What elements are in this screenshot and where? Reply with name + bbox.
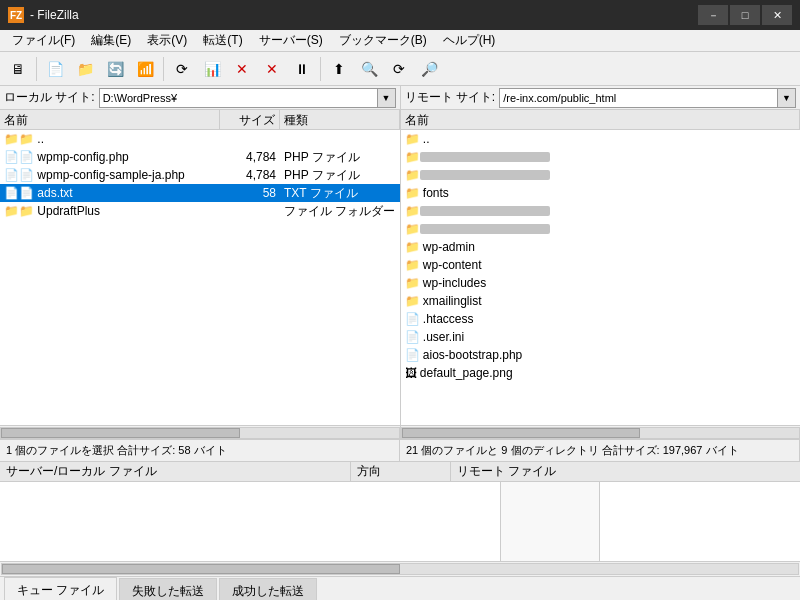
file-name-cell: 📁 wp-includes <box>401 275 801 291</box>
local-hscroll[interactable] <box>0 425 400 439</box>
tab-キュー-ファイル[interactable]: キュー ファイル <box>4 577 117 600</box>
table-row[interactable]: 📄 aios-bootstrap.php <box>401 346 801 364</box>
table-row[interactable]: 📁 wp-admin <box>401 238 801 256</box>
list-item[interactable]: 📁 <box>401 202 801 220</box>
remote-sitebar: リモート サイト: ▼ <box>401 86 801 109</box>
table-row[interactable]: 📁 UpdraftPlusファイル フォルダー <box>0 202 400 220</box>
png-icon: 🖼 <box>405 366 420 380</box>
menubar-item[interactable]: 編集(E) <box>83 30 139 51</box>
remote-file-list[interactable]: 📁 ..📁 📁 📁 fonts📁 📁 📁 wp-admin📁 wp-conten… <box>401 130 801 425</box>
tab-失敗した転送[interactable]: 失敗した転送 <box>119 578 217 600</box>
local-sitebar-label: ローカル サイト: <box>4 89 95 106</box>
maximize-button[interactable]: □ <box>730 5 760 25</box>
folder-icon: 📁 <box>405 258 423 272</box>
menubar-item[interactable]: ファイル(F) <box>4 30 83 51</box>
table-row[interactable]: 📄 ads.txt58TXT ファイル <box>0 184 400 202</box>
local-file-header: 名前 サイズ 種類 <box>0 110 400 130</box>
php-icon: 📄 <box>4 150 37 164</box>
toolbar-btn-7[interactable]: 📊 <box>198 55 226 83</box>
local-sitebar-dropdown[interactable]: ▼ <box>378 88 396 108</box>
list-item[interactable]: 📁 <box>401 148 801 166</box>
table-row[interactable]: 📁 wp-content <box>401 256 801 274</box>
folder-icon: 📁 <box>405 150 420 164</box>
table-row[interactable]: 📁 xmailinglist <box>401 292 801 310</box>
file-name-cell: 🖼 default_page.png <box>401 365 801 381</box>
table-row[interactable]: 📄 .user.ini <box>401 328 801 346</box>
php-icon: 📄 <box>4 168 37 182</box>
blurred-filename <box>420 206 550 216</box>
up-icon: 📁 <box>405 132 423 146</box>
log-panel-local <box>0 482 500 561</box>
remote-sitebar-dropdown[interactable]: ▼ <box>778 88 796 108</box>
toolbar-btn-10[interactable]: ⏸ <box>288 55 316 83</box>
file-name-cell: 📁 .. <box>0 131 220 147</box>
list-item[interactable]: 📁 <box>401 166 801 184</box>
list-item[interactable]: 📁 <box>401 220 801 238</box>
toolbar-btn-9[interactable]: ✕ <box>258 55 286 83</box>
local-sitebar-input[interactable] <box>99 88 378 108</box>
table-row[interactable]: 📄 .htaccess <box>401 310 801 328</box>
file-name-cell: 📁 wp-admin <box>401 239 801 255</box>
table-row[interactable]: 📄 wpmp-config-sample-ja.php4,784PHP ファイル <box>0 166 400 184</box>
file-type-cell: TXT ファイル <box>280 184 400 203</box>
table-row[interactable]: 📁 .. <box>0 130 400 148</box>
menubar-item[interactable]: ヘルプ(H) <box>435 30 504 51</box>
menubar-item[interactable]: 転送(T) <box>195 30 250 51</box>
table-row[interactable]: 📁 fonts <box>401 184 801 202</box>
folder-icon: 📁 <box>405 186 423 200</box>
toolbar-btn-5[interactable]: 📶 <box>131 55 159 83</box>
file-size-cell: 4,784 <box>220 167 280 183</box>
local-file-list[interactable]: 📁 ..📄 wpmp-config.php4,784PHP ファイル📄 wpmp… <box>0 130 400 425</box>
table-row[interactable]: 📁 .. <box>401 130 801 148</box>
toolbar-btn-2[interactable]: 📄 <box>41 55 69 83</box>
toolbar-btn-6[interactable]: ⟳ <box>168 55 196 83</box>
toolbar-btn-11[interactable]: ⬆ <box>325 55 353 83</box>
up-icon: 📁 <box>4 132 37 146</box>
table-row[interactable]: 🖼 default_page.png <box>401 364 801 382</box>
php-icon: 📄 <box>405 348 423 362</box>
table-row[interactable]: 📄 wpmp-config.php4,784PHP ファイル <box>0 148 400 166</box>
app-icon: FZ <box>8 7 24 23</box>
remote-hscroll[interactable] <box>401 425 801 439</box>
toolbar-btn-8[interactable]: ✕ <box>228 55 256 83</box>
titlebar-controls: － □ ✕ <box>698 5 792 25</box>
file-type-cell: PHP ファイル <box>280 148 400 167</box>
toolbar-btn-4[interactable]: 🔄 <box>101 55 129 83</box>
blurred-filename <box>420 170 550 180</box>
toolbar-btn-13[interactable]: ⟳ <box>385 55 413 83</box>
bottom-hscroll[interactable] <box>0 563 800 577</box>
sitebars: ローカル サイト: ▼ リモート サイト: ▼ <box>0 86 800 110</box>
tab-成功した転送[interactable]: 成功した転送 <box>219 578 317 600</box>
file-size-cell <box>220 210 280 212</box>
titlebar: FZ - FileZilla － □ ✕ <box>0 0 800 30</box>
toolbar-btn-1[interactable]: 🖥 <box>4 55 32 83</box>
remote-status: 21 個のファイルと 9 個のディレクトリ 合計サイズ: 197,967 バイト <box>400 440 800 461</box>
menubar-item[interactable]: サーバー(S) <box>251 30 331 51</box>
transfer-col-local: サーバー/ローカル ファイル <box>0 461 351 482</box>
log-panel-remote <box>600 482 800 561</box>
menubar-item[interactable]: ブックマーク(B) <box>331 30 435 51</box>
table-row[interactable]: 📁 wp-includes <box>401 274 801 292</box>
local-panel: 名前 サイズ 種類 📁 ..📄 wpmp-config.php4,784PHP … <box>0 110 401 439</box>
remote-hscroll-thumb <box>402 428 641 438</box>
remote-hscroll-bar[interactable] <box>401 427 801 439</box>
remote-sitebar-input[interactable] <box>499 88 778 108</box>
blurred-filename <box>420 224 550 234</box>
file-size-cell: 58 <box>220 185 280 201</box>
close-button[interactable]: ✕ <box>762 5 792 25</box>
minimize-button[interactable]: － <box>698 5 728 25</box>
transfer-header: サーバー/ローカル ファイル 方向 リモート ファイル <box>0 462 800 482</box>
menubar-item[interactable]: 表示(V) <box>139 30 195 51</box>
local-col-size: サイズ <box>220 110 280 129</box>
local-hscroll-bar[interactable] <box>0 427 400 439</box>
toolbar-btn-3[interactable]: 📁 <box>71 55 99 83</box>
txt-icon: 📄 <box>4 186 37 200</box>
file-name-cell: 📄 aios-bootstrap.php <box>401 347 801 363</box>
toolbar-btn-12[interactable]: 🔍 <box>355 55 383 83</box>
titlebar-left: FZ - FileZilla <box>8 7 79 23</box>
file-name-cell: 📄 wpmp-config.php <box>0 149 220 165</box>
folder-icon: 📁 <box>405 204 420 218</box>
transfer-log <box>0 482 800 562</box>
toolbar-btn-14[interactable]: 🔎 <box>415 55 443 83</box>
log-direction-col <box>500 482 600 561</box>
